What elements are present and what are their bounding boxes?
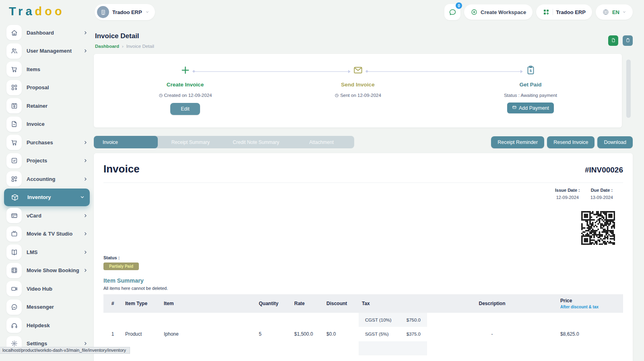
copy-invoice-button[interactable]: [623, 35, 633, 46]
sidebar-item-dashboard[interactable]: Dashboard: [6, 25, 88, 40]
sidebar-item-helpdesk[interactable]: Helpdesk: [6, 318, 88, 333]
col-header-quantity: Quantity: [256, 301, 291, 306]
invoice-card-header: Invoice #INV00026: [103, 163, 623, 175]
sidebar-item-user-management[interactable]: User Management: [6, 43, 88, 59]
sidebar-item-video-hub[interactable]: Video Hub: [6, 281, 88, 296]
cell-num: 1: [103, 331, 122, 337]
step-meta: Status : Awaiting payment: [478, 93, 583, 98]
cell-quantity: 5: [256, 331, 291, 337]
cell-discount: $0.0: [323, 331, 359, 337]
sidebar-item-proposal[interactable]: Proposal: [6, 80, 88, 95]
step-send-invoice: Send Invoice Sent on 12-09-2024: [305, 63, 410, 98]
tab-receipt-summary[interactable]: Receipt Summary: [158, 136, 223, 148]
language-label: EN: [612, 9, 619, 15]
sidebar-menu: DashboardUser ManagementItemsProposalRet…: [6, 25, 88, 354]
language-selector[interactable]: EN: [596, 4, 633, 20]
svg-text:$: $: [529, 68, 532, 72]
chevron-right-icon: [83, 176, 88, 182]
sidebar: Tradoo DashboardUser ManagementItemsProp…: [0, 0, 94, 361]
invoice-progress-card: Create Invoice Created on 12-09-2024 Edi…: [94, 54, 622, 127]
edit-invoice-button[interactable]: Edit: [170, 103, 200, 115]
messenger-icon: [6, 299, 22, 315]
clock-icon: [159, 93, 163, 98]
item-summary-title: Item Summary: [103, 277, 623, 284]
app: Tradoo DashboardUser ManagementItemsProp…: [0, 0, 644, 361]
status-label: Status :: [103, 255, 623, 260]
sidebar-item-invoice[interactable]: Invoice: [6, 117, 88, 132]
invoice-icon: [6, 117, 22, 132]
chevron-right-icon: [83, 268, 88, 273]
tab-invoice[interactable]: Invoice: [94, 136, 158, 148]
sidebar-item-label: Messenger: [27, 304, 54, 310]
tax-amount: $750.0: [407, 318, 421, 322]
col-header-tax: Tax: [359, 301, 427, 306]
projects-icon: [6, 153, 22, 168]
sidebar-item-label: Video Hub: [27, 286, 52, 292]
workspace-selector[interactable]: Tradoo ERP: [95, 4, 155, 20]
chevron-right-icon: [83, 140, 88, 145]
create-workspace-button[interactable]: Create Workspace: [464, 4, 533, 20]
app-logo[interactable]: Tradoo: [9, 5, 65, 18]
chevron-down-icon: [145, 10, 149, 14]
tax-row-clipped: [359, 341, 427, 355]
sidebar-item-label: Settings: [27, 340, 47, 347]
logo-text-teal: Tra: [9, 5, 35, 18]
sidebar-item-retainer[interactable]: Retainer: [6, 98, 88, 113]
workspace-switch-button[interactable]: Tradoo ERP: [536, 4, 592, 20]
sidebar-item-inventory[interactable]: Inventory: [4, 189, 90, 206]
invoice-title: Invoice: [103, 163, 140, 175]
cell-description: -: [427, 331, 557, 337]
cell-item: Iphone: [161, 331, 256, 337]
sidebar-item-projects[interactable]: Projects: [6, 153, 88, 168]
sidebar-item-lms[interactable]: LMS: [6, 244, 88, 260]
new-document-button[interactable]: [608, 35, 618, 46]
inventory-icon: [7, 190, 23, 205]
breadcrumb-dashboard[interactable]: Dashboard: [95, 44, 119, 49]
chevron-down-icon: [622, 10, 626, 14]
video-icon: [6, 281, 22, 296]
col-header-discount: Discount: [323, 301, 359, 306]
col-header-rate: Rate: [291, 301, 323, 306]
sidebar-item-messenger[interactable]: Messenger: [6, 299, 88, 315]
sidebar-item-items[interactable]: Items: [6, 62, 88, 77]
sidebar-item-label: Dashboard: [27, 30, 54, 36]
chevron-right-icon: [83, 250, 88, 255]
col-header-item-type: Item Type: [122, 301, 161, 306]
download-button[interactable]: Download: [597, 136, 633, 148]
due-date: Due Date : 13-09-2024: [590, 188, 613, 200]
chat-button[interactable]: 0: [444, 4, 460, 20]
col-header-item: Item: [161, 301, 256, 306]
breadcrumb: Dashboard › Invoice Detail: [95, 44, 633, 49]
tab-attachment[interactable]: Attachment: [289, 136, 354, 148]
receipt-reminder-button[interactable]: Receipt Reminder: [491, 136, 544, 148]
sidebar-item-movie-tv-studio[interactable]: Movie & TV Studio: [6, 226, 88, 242]
divider: [553, 9, 553, 15]
chevron-right-icon: [83, 30, 88, 35]
status-url: localhost/product/workdo-dash-v3/main_fi…: [0, 347, 130, 354]
book-icon: [6, 244, 22, 260]
sidebar-item-movie-show-booking[interactable]: Movie Show Booking: [6, 263, 88, 278]
chevron-right-icon: [83, 341, 88, 346]
item-summary-note: All items here cannot be deleted.: [103, 286, 623, 291]
sidebar-item-label: LMS: [27, 249, 37, 255]
chevron-right-icon: [83, 213, 88, 218]
step-meta: Created on 12-09-2024: [133, 93, 237, 98]
clock-icon: [334, 93, 339, 98]
sidebar-item-label: Retainer: [27, 103, 47, 109]
sidebar-item-accounting[interactable]: Accounting: [6, 171, 88, 187]
accounting-icon: [6, 171, 22, 187]
sidebar-item-label: Movie & TV Studio: [27, 231, 72, 237]
scrollbar-thumb[interactable]: [626, 59, 631, 118]
items-table: # Item Type Item Quantity Rate Discount …: [103, 294, 623, 355]
resend-invoice-button[interactable]: Resend Invoice: [547, 136, 594, 148]
breadcrumb-separator: ›: [122, 44, 124, 49]
sidebar-item-purchases[interactable]: Purchases: [6, 135, 88, 150]
tab-credit-note-summary[interactable]: Credit Note Summary: [223, 136, 289, 148]
sidebar-item-vcard[interactable]: vCard: [6, 208, 88, 223]
add-payment-button[interactable]: Add Payment: [507, 103, 554, 113]
page-header: Invoice Detail Dashboard › Invoice Detai…: [94, 24, 633, 49]
cart-icon: [6, 135, 22, 150]
create-workspace-label: Create Workspace: [481, 9, 526, 15]
tv-icon: [6, 226, 22, 242]
sidebar-item-label: Helpdesk: [27, 322, 50, 328]
